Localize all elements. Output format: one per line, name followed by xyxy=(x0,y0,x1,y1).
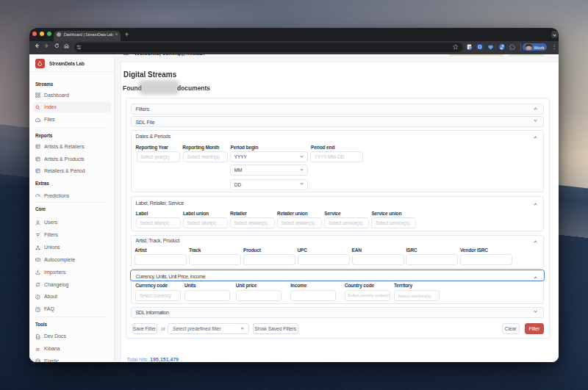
svg-text:IR: IR xyxy=(36,347,40,351)
